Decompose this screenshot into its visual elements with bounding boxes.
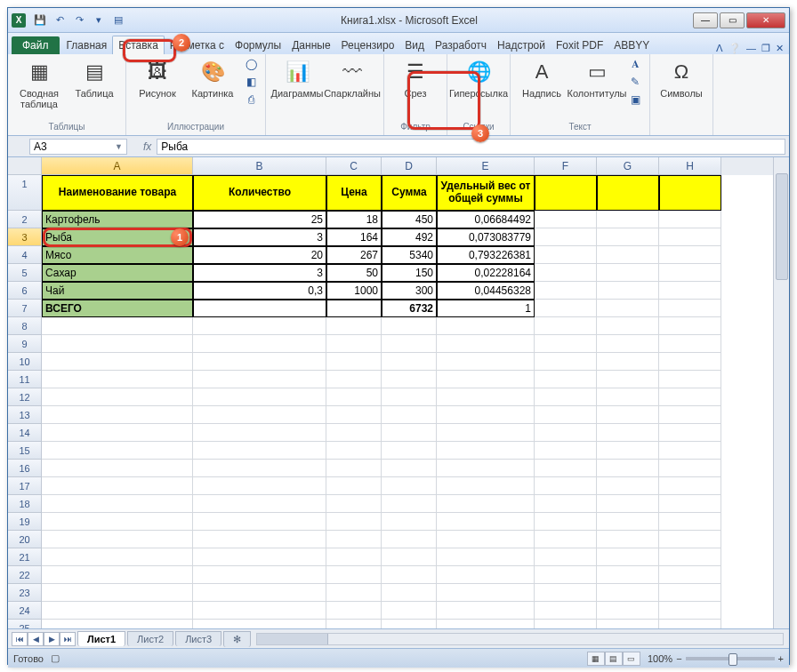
chevron-down-icon[interactable]: ▼ bbox=[115, 142, 123, 151]
cell-qty[interactable]: 3 bbox=[193, 264, 326, 282]
row-22[interactable]: 22 bbox=[8, 566, 42, 584]
hscroll-thumb[interactable] bbox=[257, 634, 328, 644]
tab-formulas[interactable]: Формулы bbox=[229, 36, 286, 54]
col-D[interactable]: D bbox=[382, 157, 437, 175]
total-label[interactable]: ВСЕГО bbox=[42, 300, 193, 317]
row-12[interactable]: 12 bbox=[8, 388, 42, 406]
cell-share[interactable]: 0,073083779 bbox=[437, 228, 535, 246]
ribbon-minimize-icon[interactable]: ᐱ bbox=[716, 43, 723, 54]
headerfooter-button[interactable]: ▭Колонтитулы bbox=[571, 56, 623, 99]
row-19[interactable]: 19 bbox=[8, 513, 42, 531]
slicer-button[interactable]: ☰Срез bbox=[390, 56, 441, 99]
cell-price[interactable]: 1000 bbox=[326, 282, 382, 300]
sheet-tab-2[interactable]: Лист2 bbox=[127, 631, 173, 646]
zoom-in-button[interactable]: + bbox=[778, 653, 784, 664]
hdr-qty[interactable]: Количество bbox=[193, 175, 326, 211]
clipart-button[interactable]: 🎨Картинка bbox=[187, 56, 238, 99]
undo-icon[interactable]: ↶ bbox=[51, 12, 68, 29]
row-2[interactable]: 2 bbox=[8, 211, 42, 228]
symbols-button[interactable]: ΩСимволы bbox=[656, 56, 707, 99]
tab-foxit[interactable]: Foxit PDF bbox=[551, 36, 608, 54]
new-sheet-button[interactable]: ✻ bbox=[223, 631, 251, 647]
sigline-icon[interactable]: ✎ bbox=[626, 74, 644, 90]
col-F[interactable]: F bbox=[535, 157, 597, 175]
row-20[interactable]: 20 bbox=[8, 531, 42, 548]
fx-icon[interactable]: fx bbox=[143, 140, 151, 153]
cell-price[interactable]: 164 bbox=[326, 228, 382, 246]
cell-price[interactable]: 267 bbox=[326, 246, 382, 264]
row-7[interactable]: 7 bbox=[8, 300, 42, 317]
select-all-corner[interactable] bbox=[8, 157, 42, 175]
wordart-icon[interactable]: 𝐀 bbox=[626, 56, 644, 72]
col-G[interactable]: G bbox=[597, 157, 659, 175]
doc-restore-icon[interactable]: ❐ bbox=[761, 43, 770, 54]
cell-sum[interactable]: 492 bbox=[382, 228, 437, 246]
picture-button[interactable]: 🖼Рисунок bbox=[132, 56, 183, 99]
cell-share[interactable]: 0,02228164 bbox=[437, 264, 535, 282]
row-4[interactable]: 4 bbox=[8, 246, 42, 264]
sheet-tab-1[interactable]: Лист1 bbox=[77, 631, 125, 646]
shapes-icon[interactable]: ◯ bbox=[242, 56, 260, 72]
tab-developer[interactable]: Разработч bbox=[430, 36, 492, 54]
cell-sum[interactable]: 150 bbox=[382, 264, 437, 282]
tab-addins[interactable]: Надстрой bbox=[492, 36, 551, 54]
horizontal-scrollbar[interactable] bbox=[256, 633, 784, 645]
name-box[interactable]: A3▼ bbox=[29, 139, 127, 155]
cell-share[interactable]: 0,04456328 bbox=[437, 282, 535, 300]
vertical-scrollbar[interactable] bbox=[773, 157, 789, 628]
zoom-out-button[interactable]: − bbox=[676, 653, 681, 664]
row-17[interactable]: 17 bbox=[8, 477, 42, 495]
formula-input[interactable]: Рыба bbox=[157, 139, 785, 155]
hdr-price[interactable]: Цена bbox=[326, 175, 382, 211]
smartart-icon[interactable]: ◧ bbox=[242, 74, 260, 90]
cell-qty[interactable]: 20 bbox=[193, 246, 326, 264]
row-23[interactable]: 23 bbox=[8, 584, 42, 602]
scroll-thumb[interactable] bbox=[776, 173, 788, 280]
sheet-nav-next[interactable]: ▶ bbox=[44, 632, 60, 646]
row-11[interactable]: 11 bbox=[8, 371, 42, 388]
total-share[interactable]: 1 bbox=[437, 300, 535, 317]
cell-name[interactable]: Мясо bbox=[42, 246, 193, 264]
textbox-button[interactable]: AНадпись bbox=[516, 56, 568, 99]
row-18[interactable]: 18 bbox=[8, 495, 42, 513]
tab-home[interactable]: Главная bbox=[61, 36, 113, 54]
hyperlink-button[interactable]: 🌐Гиперссылка bbox=[453, 56, 504, 99]
sheet-nav-last[interactable]: ⏭ bbox=[60, 632, 76, 646]
row-5[interactable]: 5 bbox=[8, 264, 42, 282]
redo-icon[interactable]: ↷ bbox=[70, 12, 88, 29]
row-21[interactable]: 21 bbox=[8, 548, 42, 566]
file-tab[interactable]: Файл bbox=[12, 36, 60, 54]
cell-sum[interactable]: 450 bbox=[382, 211, 437, 228]
row-16[interactable]: 16 bbox=[8, 460, 42, 477]
cell-name[interactable]: Сахар bbox=[42, 264, 193, 282]
row-8[interactable]: 8 bbox=[8, 317, 42, 335]
row-24[interactable]: 24 bbox=[8, 602, 42, 620]
col-B[interactable]: B bbox=[193, 157, 326, 175]
hdr-sum[interactable]: Сумма bbox=[382, 175, 437, 211]
row-14[interactable]: 14 bbox=[8, 424, 42, 442]
col-E[interactable]: E bbox=[437, 157, 535, 175]
save-icon[interactable]: 💾 bbox=[31, 12, 49, 29]
cell-qty[interactable]: 3 bbox=[193, 228, 326, 246]
row-15[interactable]: 15 bbox=[8, 442, 42, 460]
cell-name[interactable]: Картофель bbox=[42, 211, 193, 228]
cell-share[interactable]: 0,793226381 bbox=[437, 246, 535, 264]
row-3[interactable]: 3 bbox=[8, 228, 42, 246]
row-9[interactable]: 9 bbox=[8, 335, 42, 353]
sparklines-button[interactable]: 〰Спарклайны bbox=[326, 56, 378, 99]
close-button[interactable]: ✕ bbox=[746, 12, 785, 28]
pivot-table-button[interactable]: ▦Сводная таблица bbox=[13, 56, 65, 109]
charts-button[interactable]: 📊Диаграммы bbox=[271, 56, 323, 99]
row-25[interactable]: 25 bbox=[8, 620, 42, 628]
cell-sum[interactable]: 5340 bbox=[382, 246, 437, 264]
table-button[interactable]: ▤Таблица bbox=[68, 56, 120, 99]
tab-insert[interactable]: Вставка bbox=[112, 36, 165, 54]
cell-sum[interactable]: 300 bbox=[382, 282, 437, 300]
col-C[interactable]: C bbox=[326, 157, 382, 175]
tab-abbyy[interactable]: ABBYY bbox=[608, 36, 655, 54]
doc-minimize-icon[interactable]: — bbox=[746, 43, 756, 54]
cell-name[interactable]: Чай bbox=[42, 282, 193, 300]
sheet-nav-prev[interactable]: ◀ bbox=[28, 632, 44, 646]
cell-qty[interactable]: 0,3 bbox=[193, 282, 326, 300]
cell-share[interactable]: 0,06684492 bbox=[437, 211, 535, 228]
